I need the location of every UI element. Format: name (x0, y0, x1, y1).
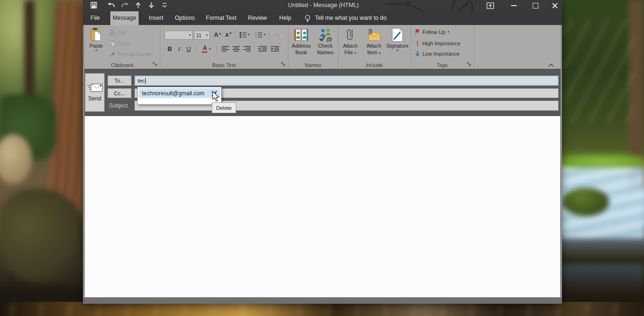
cut-button[interactable]: Cut (109, 29, 125, 35)
underline-glyph: U (186, 45, 190, 52)
increase-indent-button[interactable] (269, 44, 281, 54)
delete-tooltip: Delete (212, 102, 236, 113)
attach-file-button[interactable]: Attach File ▾ (339, 27, 362, 63)
suggestion-email: technoresult@gmail.com (142, 90, 204, 97)
basic-text-dialog-launcher-icon[interactable] (281, 62, 287, 67)
follow-up-label: Follow Up (422, 29, 446, 35)
tags-group-label: Tags (411, 62, 474, 68)
thin-trunk (25, 0, 35, 108)
address-book-button[interactable]: Address Book (289, 27, 313, 63)
basic-text-group-label: Basic Text (160, 62, 288, 68)
numbering-caret-icon: ▾ (264, 33, 265, 37)
italic-glyph: I (178, 45, 180, 53)
tab-file[interactable]: File (88, 11, 103, 25)
to-button-label: To... (115, 78, 125, 83)
high-importance-button[interactable]: ! High Importance (414, 40, 461, 47)
bullets-button[interactable]: ▾ (238, 30, 252, 40)
align-left-icon (222, 46, 229, 52)
numbering-button[interactable]: ▾ (253, 30, 267, 40)
ribbon-group-clipboard: Paste ▾ Cut Copy (84, 25, 160, 68)
low-importance-icon (414, 50, 421, 57)
bold-button[interactable]: B (165, 44, 174, 54)
copy-label: Copy (117, 41, 130, 46)
mossy-rock-stream (562, 188, 609, 216)
font-color-button[interactable]: A ▾ (199, 44, 214, 54)
send-button[interactable]: Send (85, 73, 105, 112)
low-importance-button[interactable]: Low Importance (414, 50, 459, 57)
paste-caret-icon: ▾ (95, 49, 97, 52)
grow-font-button[interactable]: A▲ (213, 30, 223, 40)
paste-button[interactable]: Paste ▾ (87, 27, 105, 62)
window-frame-left (83, 25, 84, 298)
maximize-button[interactable] (525, 0, 546, 11)
format-painter-button[interactable]: Format Painter (109, 51, 152, 57)
message-body[interactable] (84, 116, 561, 298)
bold-glyph: B (167, 45, 172, 52)
align-right-button[interactable] (242, 44, 252, 54)
align-right-icon (243, 46, 251, 52)
align-left-button[interactable] (220, 44, 231, 54)
align-center-button[interactable] (231, 44, 241, 54)
compose-header: Send To... Cc... Subject tec technoresul… (84, 69, 561, 116)
italic-button[interactable]: I (176, 44, 182, 54)
ribbon-group-names: Address Book @ Check Names Names (288, 25, 339, 68)
tab-insert[interactable]: Insert (146, 11, 166, 25)
ribbon: Paste ▾ Cut Copy (84, 25, 561, 69)
copy-button[interactable]: Copy (109, 40, 130, 47)
tab-review[interactable]: Review (246, 11, 269, 25)
underline-button[interactable]: U (184, 44, 193, 54)
customize-quick-access-icon[interactable] (159, 0, 170, 10)
font-name-combo[interactable]: ▾ (165, 31, 193, 40)
to-field-value: tec (138, 78, 145, 83)
attach-item-icon (367, 27, 381, 43)
increase-indent-icon (271, 46, 279, 52)
move-down-icon[interactable] (146, 0, 157, 10)
attach-item-button[interactable]: Attach Item ▾ (363, 27, 385, 63)
shrink-font-button[interactable]: A▼ (224, 30, 233, 40)
format-painter-label: Format Painter (117, 51, 152, 57)
follow-up-button[interactable]: Follow Up ▾ (414, 29, 449, 35)
ribbon-tab-row: File Message Insert Options Format Text … (83, 11, 562, 25)
ribbon-display-options-icon[interactable] (482, 0, 499, 11)
check-names-button[interactable]: @ Check Names (314, 27, 337, 63)
tab-help[interactable]: Help (276, 11, 294, 25)
font-color-icon: A (202, 45, 207, 53)
check-names-icon: @ (318, 27, 332, 43)
shrink-font-glyph: A (225, 32, 229, 38)
lightbulb-icon (304, 14, 311, 23)
mouse-cursor (212, 91, 220, 102)
ribbon-group-tags: Follow Up ▾ ! High Importance Low Import… (411, 25, 474, 68)
names-group-label: Names (288, 62, 338, 68)
to-field[interactable]: tec (134, 75, 559, 86)
redo-icon[interactable] (120, 0, 130, 10)
cc-button[interactable]: Cc... (107, 88, 132, 98)
signature-button[interactable]: Signature ▾ (386, 27, 409, 63)
undo-icon[interactable] (106, 0, 116, 10)
tell-me-box[interactable]: Tell me what you want to do (315, 11, 395, 25)
grow-font-glyph: A (214, 31, 218, 38)
font-size-combo[interactable]: 11 ▾ (194, 31, 210, 40)
clipboard-dialog-launcher-icon[interactable] (153, 62, 158, 67)
cc-button-label: Cc... (114, 91, 125, 96)
save-icon[interactable] (89, 0, 99, 10)
autocomplete-dropdown: technoresult@gmail.com (137, 87, 222, 105)
minimize-button[interactable] (504, 0, 524, 11)
high-importance-label: High Importance (422, 41, 461, 46)
tab-options[interactable]: Options (173, 11, 196, 25)
decrease-indent-button[interactable] (257, 44, 268, 54)
decrease-indent-icon (258, 46, 267, 52)
signature-caret-icon: ▾ (396, 49, 398, 52)
move-up-icon[interactable] (133, 0, 143, 10)
clear-formatting-glyph: A (275, 31, 280, 38)
address-book-icon (294, 27, 309, 43)
clear-formatting-button[interactable]: A (274, 30, 284, 40)
tab-format-text[interactable]: Format Text (204, 11, 239, 25)
cut-label: Cut (117, 30, 125, 35)
close-button[interactable] (548, 0, 562, 11)
follow-up-caret-icon: ▾ (447, 30, 449, 34)
collapse-ribbon-icon[interactable] (548, 63, 555, 68)
tags-dialog-launcher-icon[interactable] (467, 62, 472, 67)
tab-message[interactable]: Message (110, 11, 139, 25)
autocomplete-suggestion[interactable]: technoresult@gmail.com (139, 88, 220, 98)
to-button[interactable]: To... (107, 75, 132, 86)
